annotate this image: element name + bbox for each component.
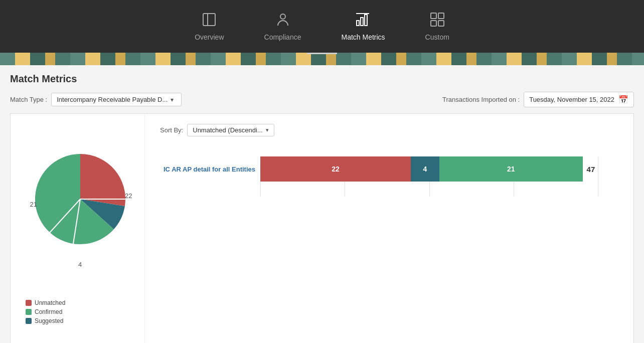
match-type-dropdown[interactable]: Intercompany Receivable Payable D... ▾ — [51, 93, 182, 106]
svg-rect-4 — [361, 18, 363, 26]
match-metrics-icon — [355, 12, 371, 30]
confirmed-value: 21 — [507, 165, 515, 173]
nav-item-compliance[interactable]: Compliance — [264, 12, 301, 41]
sort-dropdown[interactable]: Unmatched (Descendi... ▾ — [187, 124, 274, 136]
bar-total: 47 — [587, 165, 595, 174]
transaction-date-label: Transactions Imported on : — [442, 96, 520, 103]
sort-row: Sort By: Unmatched (Descendi... ▾ — [160, 124, 618, 136]
svg-rect-8 — [438, 13, 444, 19]
unmatched-value: 22 — [332, 165, 340, 173]
bars-container: 22 4 21 47 — [260, 156, 618, 182]
legend-unmatched: Unmatched — [26, 299, 65, 306]
pie-area: 21 22 4 Unmatched Confirmed Suggested — [11, 114, 145, 343]
custom-icon — [429, 12, 445, 30]
legend-confirmed-label: Confirmed — [35, 308, 62, 315]
nav-label-match-metrics: Match Metrics — [341, 33, 385, 41]
chart-legend: Unmatched Confirmed Suggested — [21, 299, 65, 324]
filter-right: Transactions Imported on : Tuesday, Nove… — [442, 92, 634, 107]
suggested-value: 4 — [423, 165, 427, 173]
page-title: Match Metrics — [10, 73, 634, 85]
nav-label-compliance: Compliance — [264, 33, 301, 41]
match-type-chevron-icon: ▾ — [171, 96, 174, 103]
bar-row-label: IC AR AP detail for all Entities — [160, 165, 255, 173]
transaction-date-input[interactable]: Tuesday, November 15, 2022 📅 — [524, 92, 634, 107]
svg-rect-10 — [438, 21, 444, 26]
bar-row-ic-ar-ap: IC AR AP detail for all Entities 22 4 21 — [160, 156, 618, 182]
calendar-icon: 📅 — [618, 95, 628, 104]
bar-chart-area: Sort By: Unmatched (Descendi... ▾ IC A — [145, 114, 633, 343]
legend-unmatched-label: Unmatched — [35, 299, 65, 306]
main-chart-area: 21 22 4 Unmatched Confirmed Suggested — [10, 113, 634, 343]
suggested-bar: 4 — [411, 156, 439, 182]
svg-rect-7 — [431, 13, 436, 19]
pie-label-unmatched: 22 — [125, 192, 132, 200]
svg-rect-5 — [365, 15, 367, 26]
legend-suggested-label: Suggested — [35, 317, 63, 324]
sort-value: Unmatched (Descendi... — [193, 126, 262, 134]
nav-item-custom[interactable]: Custom — [425, 12, 449, 41]
pie-chart: 21 22 4 — [35, 154, 125, 254]
banner-strip — [0, 53, 644, 65]
filter-left: Match Type : Intercompany Receivable Pay… — [10, 93, 182, 106]
match-type-value: Intercompany Receivable Payable D... — [57, 96, 168, 103]
legend-confirmed: Confirmed — [26, 308, 65, 315]
sort-chevron-icon: ▾ — [266, 127, 269, 133]
suggested-color-dot — [26, 318, 32, 324]
match-type-label: Match Type : — [10, 96, 47, 103]
unmatched-bar: 22 — [260, 156, 411, 182]
top-navigation: Overview Compliance Match Metrics — [0, 0, 644, 53]
svg-rect-9 — [431, 21, 436, 26]
nav-label-overview: Overview — [195, 33, 224, 41]
overview-icon — [201, 12, 217, 30]
filter-row: Match Type : Intercompany Receivable Pay… — [10, 92, 634, 107]
page-content: Match Metrics Match Type : Intercompany … — [0, 65, 644, 343]
nav-item-match-metrics[interactable]: Match Metrics — [341, 12, 385, 41]
legend-suggested: Suggested — [26, 317, 65, 324]
confirmed-color-dot — [26, 309, 32, 315]
pie-label-confirmed: 21 — [30, 201, 37, 208]
nav-item-overview[interactable]: Overview — [195, 12, 224, 41]
svg-rect-3 — [357, 21, 359, 26]
sort-label: Sort By: — [160, 126, 183, 134]
svg-rect-0 — [203, 14, 215, 26]
chart-content: IC AR AP detail for all Entities 22 4 21 — [160, 156, 618, 182]
transaction-date-value: Tuesday, November 15, 2022 — [529, 96, 614, 103]
pie-label-suggested: 4 — [78, 261, 82, 268]
svg-point-2 — [280, 14, 285, 19]
unmatched-color-dot — [26, 300, 32, 306]
confirmed-bar: 21 — [439, 156, 583, 182]
nav-label-custom: Custom — [425, 33, 449, 41]
compliance-icon — [275, 12, 291, 30]
banner-line — [307, 53, 337, 54]
